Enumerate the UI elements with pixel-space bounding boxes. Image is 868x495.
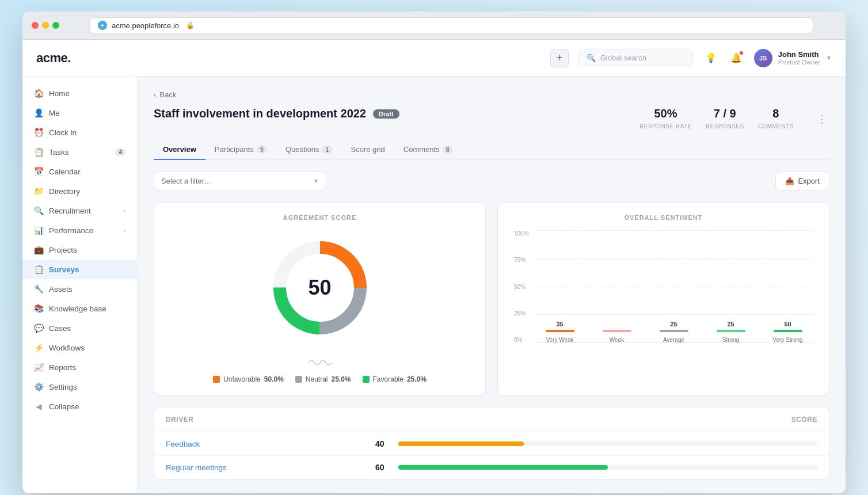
legend-pct-neutral: 25.0% [332, 375, 351, 383]
sidebar-item-clock-in[interactable]: ⏰Clock in [22, 123, 137, 142]
sidebar-item-tasks[interactable]: 📋Tasks4 [22, 142, 137, 162]
sidebar-badge-tasks: 4 [115, 148, 125, 156]
bar-fill-strong [717, 330, 745, 332]
wave-icon [309, 357, 332, 368]
sidebar-label-tasks: Tasks [49, 148, 69, 157]
sidebar-item-workflows[interactable]: ⚡Workflows [22, 338, 137, 357]
sidebar-label-collapse: Collapse [49, 402, 79, 411]
header-icons: 💡 🔔 [702, 50, 745, 67]
avatar: JS [754, 49, 772, 67]
drivers-col-driver: Driver [166, 416, 193, 424]
sidebar-label-projects: Projects [49, 246, 77, 254]
driver-row-feedback: Feedback 40 [154, 432, 829, 456]
assets-nav-icon: 🔧 [34, 284, 43, 294]
global-search-bar[interactable]: 🔍 Global search [578, 50, 693, 66]
search-placeholder: Global search [600, 54, 646, 62]
projects-nav-icon: 💼 [34, 245, 43, 254]
sidebar-item-surveys[interactable]: 📋Surveys [22, 260, 137, 279]
sidebar-label-knowledge-base: Knowledge base [49, 304, 106, 313]
tasks-nav-icon: 📋 [34, 147, 43, 157]
stat-comments-value: 8 [758, 107, 794, 120]
tab-label-comments: Comments [403, 145, 440, 154]
survey-stats: 50% RESPONSE RATE 7 / 9 RESPONSES 8 COMM… [639, 107, 829, 131]
back-link[interactable]: ‹ Back [154, 90, 829, 99]
maximize-button-icon[interactable] [52, 22, 59, 29]
legend-label-favorable: Favorable [373, 375, 403, 383]
sidebar: 🏠Home👤Me⏰Clock in📋Tasks4📅Calendar📁Direct… [22, 77, 138, 493]
calendar-nav-icon: 📅 [34, 167, 43, 176]
notification-badge [739, 51, 744, 55]
bar-x-strong: Strong [722, 337, 739, 343]
legend-pct-unfavorable: 50.0% [264, 375, 284, 383]
driver-name-meetings[interactable]: Regular meetings [166, 463, 375, 472]
sidebar-item-cases[interactable]: 💬Cases [22, 318, 137, 338]
driver-name-feedback[interactable]: Feedback [166, 440, 375, 448]
export-button[interactable]: 📤 Export [775, 172, 829, 191]
sidebar-item-assets[interactable]: 🔧Assets [22, 279, 137, 299]
logo: acme. [36, 51, 71, 66]
stat-responses-value: 7 / 9 [706, 107, 744, 120]
browser-window: ● acme.peopleforce.io 🔒 acme. + 🔍 Global… [22, 12, 846, 493]
sidebar-label-cases: Cases [49, 324, 71, 333]
workflows-nav-icon: ⚡ [34, 343, 43, 352]
sidebar-item-collapse[interactable]: ◀Collapse [22, 397, 137, 416]
minimize-button-icon[interactable] [42, 22, 49, 29]
stat-response-rate-label: RESPONSE RATE [639, 123, 692, 130]
traffic-lights [32, 22, 59, 29]
sidebar-label-clock-in: Clock in [49, 128, 77, 137]
bar-x-weak: Weak [610, 337, 624, 343]
donut-container: 50 Unfavorable [166, 230, 474, 383]
tab-participants[interactable]: Participants9 [205, 140, 276, 160]
tab-label-overview: Overview [163, 145, 196, 154]
sidebar-item-performance[interactable]: 📊Performance› [22, 220, 137, 240]
app-container: acme. + 🔍 Global search 💡 🔔 [22, 40, 846, 493]
browser-chrome: ● acme.peopleforce.io 🔒 [22, 12, 846, 40]
legend-label-neutral: Neutral [306, 375, 328, 383]
sidebar-item-reports[interactable]: 📈Reports [22, 357, 137, 377]
sidebar-item-recruitment[interactable]: 🔍Recruitment› [22, 201, 137, 220]
tab-questions[interactable]: Questions1 [276, 140, 342, 160]
tab-score-grid[interactable]: Score grid [342, 140, 394, 160]
sidebar-label-performance: Performance [49, 226, 93, 235]
driver-bar-fill-feedback [398, 441, 524, 446]
bell-icon[interactable]: 🔔 [728, 50, 745, 67]
close-button-icon[interactable] [32, 22, 39, 29]
user-menu[interactable]: JS John Smith Product Owner ▼ [754, 49, 832, 67]
chevron-down-icon: ▼ [826, 55, 832, 61]
bar-label-very-weak: 35 [556, 321, 563, 328]
drivers-card: Driver Score Feedback 40 Regular meeting… [154, 407, 829, 479]
lock-icon: 🔒 [186, 21, 195, 29]
tab-label-questions: Questions [285, 145, 319, 154]
sidebar-item-directory[interactable]: 📁Directory [22, 181, 137, 201]
sidebar-item-calendar[interactable]: 📅Calendar [22, 162, 137, 181]
address-bar[interactable]: ● acme.peopleforce.io 🔒 [89, 17, 813, 33]
tab-label-score-grid: Score grid [351, 145, 385, 154]
clock-in-nav-icon: ⏰ [34, 128, 43, 137]
sidebar-item-home[interactable]: 🏠Home [22, 83, 137, 103]
header-actions: + 🔍 Global search 💡 🔔 JS [550, 49, 832, 67]
address-url: acme.peopleforce.io [112, 21, 179, 30]
tab-count-comments: 8 [443, 146, 453, 154]
add-button[interactable]: + [550, 49, 569, 67]
driver-bar-fill-meetings [398, 465, 608, 470]
tab-overview[interactable]: Overview [154, 140, 205, 160]
search-icon: 🔍 [587, 54, 596, 62]
user-role: Product Owner [778, 59, 820, 66]
bars-container: 35 Very Weak 12 Weak [535, 230, 813, 357]
legend-dot-unfavorable [213, 376, 220, 383]
more-options-button[interactable]: ⋮ [814, 111, 829, 128]
tab-comments[interactable]: Comments8 [394, 140, 462, 160]
bar-fill-average [660, 330, 688, 332]
bar-label-strong: 25 [727, 321, 734, 328]
sidebar-item-knowledge-base[interactable]: 📚Knowledge base [22, 299, 137, 318]
sidebar-item-projects[interactable]: 💼Projects [22, 240, 137, 260]
legend-favorable: Favorable 25.0% [363, 375, 427, 383]
home-nav-icon: 🏠 [34, 89, 43, 98]
back-chevron-icon: ‹ [154, 90, 156, 99]
sidebar-label-assets: Assets [49, 285, 73, 294]
sidebar-item-me[interactable]: 👤Me [22, 103, 137, 123]
sidebar-item-settings[interactable]: ⚙️Settings [22, 377, 137, 397]
filter-dropdown[interactable]: Select a filter... ▼ [154, 172, 326, 191]
notifications-icon[interactable]: 💡 [702, 50, 719, 67]
stat-response-rate-value: 50% [639, 107, 692, 120]
